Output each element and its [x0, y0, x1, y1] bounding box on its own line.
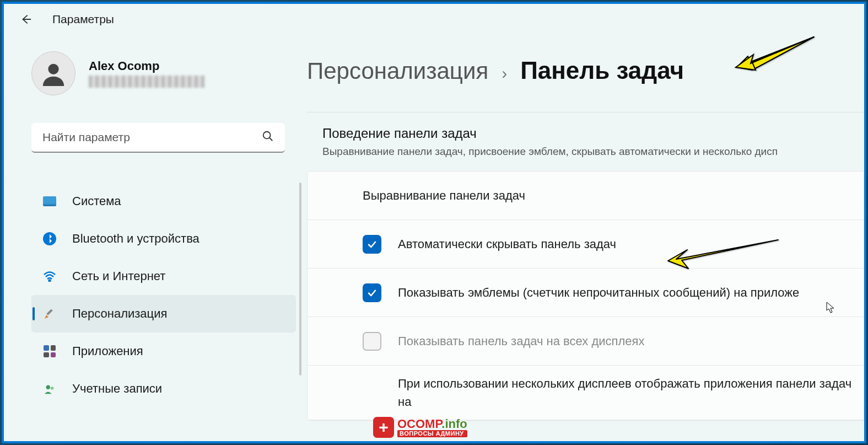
show-badges-row[interactable]: Показывать эмблемы (счетчик непрочитанны… — [308, 269, 864, 317]
arrow-left-icon — [20, 13, 32, 25]
sidebar-item-label: Сеть и Интернет — [72, 269, 165, 283]
account-icon — [42, 382, 57, 396]
sidebar-item-bluetooth[interactable]: Bluetooth и устройства — [31, 220, 296, 258]
titlebar: Параметры — [4, 4, 864, 35]
sidebar-item-label: Персонализация — [72, 307, 167, 321]
sidebar-item-system[interactable]: Система — [31, 183, 296, 220]
sidebar: Alex Ocomp Система — [4, 35, 301, 441]
svg-point-1 — [263, 132, 271, 139]
setting-label: Автоматически скрывать панель задач — [398, 237, 616, 251]
main-content: Персонализация › Панель задач Поведение … — [301, 35, 864, 441]
watermark: + OCOMP.info ВОПРОСЫ АДМИНУ — [373, 417, 467, 438]
alignment-row[interactable]: Выравнивание панели задач — [308, 171, 864, 220]
watermark-badge: + — [373, 417, 394, 438]
watermark-info: .info — [441, 417, 467, 431]
sidebar-item-label: Приложения — [72, 344, 143, 358]
svg-point-6 — [51, 387, 54, 390]
setting-label: При использовании нескольких дисплеев от… — [398, 374, 853, 411]
user-block[interactable]: Alex Ocomp — [31, 51, 290, 95]
nav-list: Система Bluetooth и устройства Сеть и Ин… — [31, 183, 296, 408]
brush-icon — [42, 307, 57, 321]
section-header[interactable]: Поведение панели задач Выравнивание пане… — [307, 112, 864, 168]
apps-icon — [42, 344, 57, 358]
show-badges-checkbox[interactable] — [363, 283, 381, 302]
svg-point-5 — [46, 385, 50, 389]
sidebar-item-personalization[interactable]: Персонализация — [31, 295, 296, 333]
multi-display-row[interactable]: При использовании нескольких дисплеев от… — [308, 366, 864, 420]
sidebar-item-label: Учетные записи — [72, 382, 162, 396]
wifi-icon — [42, 269, 57, 283]
user-email-blurred — [89, 76, 204, 88]
section-subtitle: Выравнивание панели задач, присвоение эм… — [322, 146, 849, 158]
system-icon — [42, 194, 57, 208]
setting-label: Показывать эмблемы (счетчик непрочитанны… — [398, 286, 799, 300]
sidebar-item-label: Система — [72, 194, 121, 208]
settings-window: Параметры Alex Ocomp — [4, 4, 864, 441]
svg-line-2 — [269, 138, 273, 141]
check-icon — [366, 239, 378, 250]
sidebar-item-apps[interactable]: Приложения — [31, 333, 296, 370]
svg-rect-4 — [46, 309, 52, 315]
sidebar-item-label: Bluetooth и устройства — [72, 232, 200, 246]
settings-card: Выравнивание панели задач Автоматически … — [307, 171, 864, 421]
sidebar-item-network[interactable]: Сеть и Интернет — [31, 258, 296, 295]
search-icon — [262, 130, 274, 144]
sidebar-item-accounts[interactable]: Учетные записи — [31, 370, 296, 408]
breadcrumb: Персонализация › Панель задач — [301, 57, 864, 84]
breadcrumb-current: Панель задач — [520, 57, 684, 84]
svg-point-0 — [48, 64, 58, 74]
watermark-sub: ВОПРОСЫ АДМИНУ — [397, 430, 467, 437]
back-button[interactable] — [15, 8, 37, 30]
avatar — [31, 51, 76, 95]
auto-hide-checkbox[interactable] — [363, 235, 381, 254]
setting-label: Показывать панель задач на всех дисплеях — [398, 334, 644, 349]
watermark-main: OCOMP — [397, 417, 441, 431]
breadcrumb-parent[interactable]: Персонализация — [307, 58, 488, 84]
app-title: Параметры — [52, 13, 114, 26]
svg-point-3 — [49, 280, 51, 282]
section-title: Поведение панели задач — [322, 126, 849, 141]
user-name: Alex Ocomp — [89, 59, 204, 73]
person-icon — [41, 61, 66, 86]
all-displays-checkbox — [363, 332, 381, 351]
check-icon — [366, 287, 378, 298]
chevron-right-icon: › — [502, 64, 507, 83]
auto-hide-row[interactable]: Автоматически скрывать панель задач — [308, 220, 864, 269]
all-displays-row: Показывать панель задач на всех дисплеях — [308, 317, 864, 366]
setting-label: Выравнивание панели задач — [363, 189, 525, 203]
bluetooth-icon — [42, 232, 57, 246]
search-input[interactable] — [42, 131, 262, 144]
search-box[interactable] — [31, 123, 285, 153]
